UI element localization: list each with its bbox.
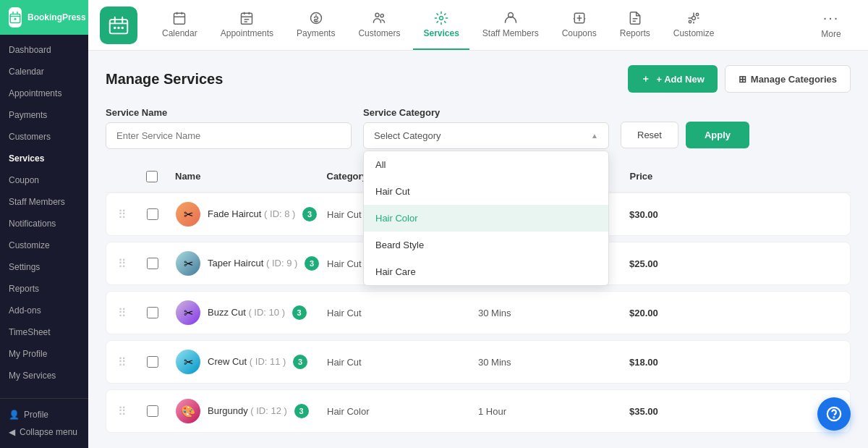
service-name-filter-group: Service Name bbox=[106, 107, 352, 149]
row-checkbox[interactable] bbox=[147, 208, 158, 220]
staff-badge: 3 bbox=[302, 207, 317, 221]
sidebar-item-reports[interactable]: Reports bbox=[0, 278, 88, 300]
svg-point-10 bbox=[381, 14, 384, 17]
avatar: ✂ bbox=[176, 350, 200, 374]
sidebar-item-payments[interactable]: Payments bbox=[0, 104, 88, 126]
col-name: Name bbox=[175, 171, 327, 185]
topnav-coupons[interactable]: Coupons bbox=[552, 0, 607, 50]
topnav-logo bbox=[100, 7, 137, 44]
apply-button[interactable]: Apply bbox=[686, 122, 749, 148]
service-name-cell: ✂ Taper Haircut ( ID: 9 ) 3 bbox=[176, 251, 327, 276]
svg-point-15 bbox=[689, 20, 691, 22]
svg-point-3 bbox=[114, 26, 116, 29]
service-name-input[interactable] bbox=[106, 122, 352, 149]
service-category-filter-group: Service Category Select Category ▲ All H… bbox=[363, 107, 609, 149]
sidebar-item-dashboard[interactable]: Dashboard bbox=[0, 39, 88, 61]
topnav-reports[interactable]: Reports bbox=[610, 0, 660, 50]
sidebar-item-my-services[interactable]: My Services bbox=[0, 365, 88, 386]
topnav-customize[interactable]: Customize bbox=[663, 0, 725, 50]
drag-handle[interactable]: ⠿ bbox=[118, 306, 147, 320]
sidebar-nav: Dashboard Calendar Appointments Payments… bbox=[0, 35, 88, 398]
sidebar-item-services[interactable]: Services bbox=[0, 148, 88, 169]
col-price: Price bbox=[630, 171, 782, 185]
service-category: Hair Cut bbox=[327, 357, 478, 368]
service-id: ( bbox=[264, 208, 267, 219]
svg-point-14 bbox=[696, 13, 698, 15]
dropdown-option-beard-style[interactable]: Beard Style bbox=[364, 232, 608, 258]
sidebar-item-coupon[interactable]: Coupon bbox=[0, 169, 88, 191]
select-all-checkbox[interactable] bbox=[146, 171, 158, 182]
topnav-customers[interactable]: Customers bbox=[348, 0, 410, 50]
dropdown-option-all[interactable]: All bbox=[364, 151, 608, 178]
topnav-appointments[interactable]: Appointments bbox=[210, 0, 284, 50]
sidebar-item-customize[interactable]: Customize bbox=[0, 234, 88, 256]
sidebar-item-customers[interactable]: Customers bbox=[0, 126, 88, 148]
topnav-more[interactable]: ··· More bbox=[806, 0, 856, 50]
avatar: ✂ bbox=[176, 300, 200, 325]
service-name-cell: 🎨 Burgundy ( ID: 12 ) 3 bbox=[176, 399, 327, 423]
manage-categories-button[interactable]: ⊞ Manage Categories bbox=[725, 65, 851, 93]
main-area: Calendar Appointments Payments Customers… bbox=[88, 0, 868, 448]
staff-badge: 3 bbox=[294, 404, 309, 418]
svg-point-13 bbox=[692, 16, 696, 20]
sidebar-profile[interactable]: 👤 Profile bbox=[9, 406, 80, 423]
sidebar-item-calendar[interactable]: Calendar bbox=[0, 61, 88, 83]
avatar: ✂ bbox=[176, 202, 200, 227]
chevron-up-icon: ▲ bbox=[591, 132, 598, 140]
sidebar-item-notifications[interactable]: Notifications bbox=[0, 213, 88, 234]
topnav-services[interactable]: Services bbox=[413, 0, 469, 50]
sidebar-item-appointments[interactable]: Appointments bbox=[0, 83, 88, 104]
drag-handle[interactable]: ⠿ bbox=[118, 355, 147, 369]
row-checkbox[interactable] bbox=[147, 405, 158, 417]
page-title: Manage Services bbox=[106, 71, 223, 88]
avatar: 🎨 bbox=[176, 399, 200, 423]
sidebar-brand[interactable]: BookingPress bbox=[0, 0, 88, 35]
col-checkbox bbox=[146, 171, 175, 185]
service-name: Burgundy ( ID: 12 ) 3 bbox=[208, 404, 309, 418]
row-checkbox[interactable] bbox=[147, 307, 158, 318]
dropdown-option-hair-color[interactable]: Hair Color bbox=[364, 205, 608, 232]
dropdown-option-hair-care[interactable]: Hair Care bbox=[364, 258, 608, 285]
category-select-wrapper: Select Category ▲ All Hair Cut Hair Colo… bbox=[363, 122, 609, 149]
row-checkbox[interactable] bbox=[147, 356, 158, 368]
sidebar-item-timesheet[interactable]: TimeSheet bbox=[0, 321, 88, 343]
topnav-payments[interactable]: Payments bbox=[286, 0, 345, 50]
svg-point-9 bbox=[375, 13, 379, 17]
avatar: ✂ bbox=[176, 251, 200, 276]
topnav-staff-members[interactable]: Staff Members bbox=[472, 0, 549, 50]
sidebar-item-my-profile[interactable]: My Profile bbox=[0, 343, 88, 365]
staff-badge: 3 bbox=[293, 355, 307, 369]
service-category-label: Service Category bbox=[363, 107, 609, 118]
service-price: $30.00 bbox=[629, 209, 780, 220]
table-row: ⠿ 🎨 Burgundy ( ID: 12 ) 3 Hair Color 1 H… bbox=[106, 389, 851, 433]
service-name: Crew Cut ( ID: 11 ) 3 bbox=[208, 355, 307, 369]
svg-point-11 bbox=[440, 16, 443, 20]
sidebar-item-settings[interactable]: Settings bbox=[0, 256, 88, 278]
sidebar-collapse[interactable]: ◀ Collapse menu bbox=[9, 423, 80, 441]
manage-header: Manage Services ＋ + Add New ⊞ Manage Cat… bbox=[106, 65, 851, 93]
drag-handle[interactable]: ⠿ bbox=[118, 405, 147, 418]
sidebar-item-staff-members[interactable]: Staff Members bbox=[0, 191, 88, 213]
add-new-button[interactable]: ＋ + Add New bbox=[628, 65, 717, 93]
category-placeholder-text: Select Category bbox=[374, 130, 441, 141]
sidebar-item-addons[interactable]: Add-ons bbox=[0, 300, 88, 321]
sidebar: BookingPress Dashboard Calendar Appointm… bbox=[0, 0, 88, 448]
service-name: Taper Haircut ( ID: 9 ) 3 bbox=[208, 256, 319, 271]
topnav-calendar[interactable]: Calendar bbox=[152, 0, 208, 50]
help-button[interactable] bbox=[817, 397, 851, 431]
drag-handle[interactable]: ⠿ bbox=[118, 208, 147, 221]
drag-handle[interactable]: ⠿ bbox=[118, 257, 147, 271]
service-price: $35.00 bbox=[629, 406, 780, 417]
grid-icon: ⊞ bbox=[739, 74, 746, 85]
svg-point-1 bbox=[14, 18, 17, 20]
sidebar-bottom: 👤 Profile ◀ Collapse menu bbox=[0, 398, 88, 448]
top-navigation: Calendar Appointments Payments Customers… bbox=[88, 0, 868, 51]
row-checkbox[interactable] bbox=[147, 258, 158, 269]
service-name-cell: ✂ Buzz Cut ( ID: 10 ) 3 bbox=[176, 300, 327, 325]
plus-icon: ＋ bbox=[641, 72, 650, 85]
dropdown-option-hair-cut[interactable]: Hair Cut bbox=[364, 178, 608, 205]
reset-button[interactable]: Reset bbox=[621, 122, 678, 148]
brand-name: BookingPress bbox=[27, 12, 86, 22]
category-select-button[interactable]: Select Category ▲ bbox=[363, 122, 609, 149]
svg-rect-6 bbox=[174, 13, 185, 24]
